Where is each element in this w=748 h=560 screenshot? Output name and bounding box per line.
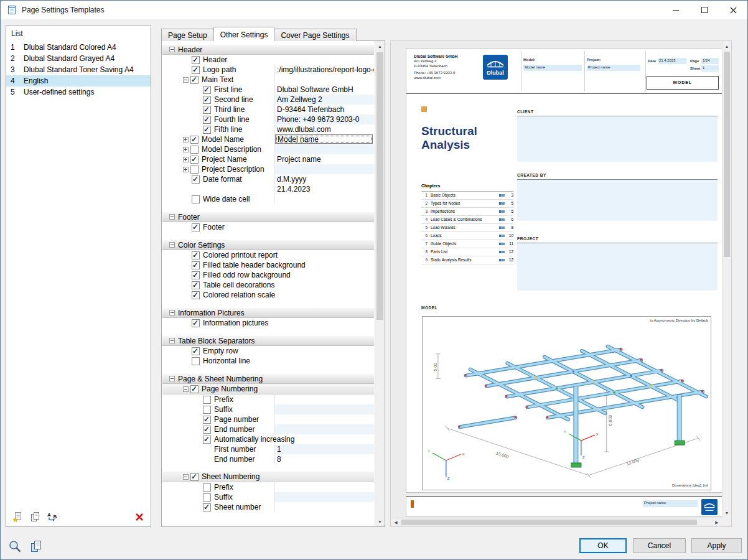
- expand-icon[interactable]: [183, 157, 189, 162]
- tab-page-setup[interactable]: Page Setup: [161, 29, 214, 41]
- checkbox-filled-odd-row-background[interactable]: [192, 271, 200, 279]
- collapse-icon[interactable]: [183, 474, 189, 480]
- list-item-english[interactable]: 4English: [6, 75, 151, 86]
- tree-scrollbar[interactable]: [375, 41, 385, 526]
- tree-item-colored-relation-scale[interactable]: Colored relation scale: [162, 290, 374, 300]
- tree-section-footer[interactable]: Footer: [162, 212, 374, 222]
- tree-item-empty-row[interactable]: Empty row: [162, 346, 374, 356]
- list-item-dlubal-standard-colored-a4[interactable]: 1Dlubal Standard Colored A4: [6, 42, 151, 53]
- tree-item-table-cell-decorations[interactable]: Table cell decorations: [162, 280, 374, 290]
- tree-section-page-numbering[interactable]: Page Numbering: [162, 384, 374, 394]
- tab-cover-page-settings[interactable]: Cover Page Settings: [274, 29, 356, 41]
- tree-scroll-thumb[interactable]: [376, 52, 383, 320]
- tree-item-model-description[interactable]: Model Description: [162, 144, 374, 154]
- checkbox-model-name[interactable]: [190, 136, 199, 144]
- tree-item-footer[interactable]: Footer: [162, 222, 374, 232]
- tree-item-project-description[interactable]: Project Description: [162, 164, 374, 174]
- tree-section-sheet-numbering[interactable]: Sheet Numbering: [162, 472, 374, 482]
- cancel-button[interactable]: Cancel: [633, 538, 686, 553]
- tree-item-suffix[interactable]: Suffix: [162, 404, 374, 414]
- tree-item-model-name[interactable]: Model NameModel name: [162, 134, 374, 144]
- checkbox-automatically-increasing[interactable]: [203, 436, 211, 444]
- tree-item-main-text[interactable]: Main Text: [162, 75, 374, 85]
- tree-item-page-number[interactable]: Page number: [162, 414, 374, 424]
- scroll-up-icon[interactable]: [722, 41, 731, 51]
- collapse-icon[interactable]: [169, 242, 175, 248]
- checkbox-header[interactable]: [192, 56, 200, 64]
- tree-item-second-line[interactable]: Second lineAm Zellweg 2: [162, 95, 374, 105]
- preview-scroll-thumb[interactable]: [724, 52, 730, 257]
- tree-item-prefix[interactable]: Prefix: [162, 482, 374, 492]
- new-template-button[interactable]: [11, 511, 24, 523]
- minimize-button[interactable]: [662, 1, 690, 19]
- value-editbox[interactable]: Model name: [275, 134, 373, 144]
- tree-item-header[interactable]: Header: [162, 55, 374, 65]
- checkbox-footer[interactable]: [192, 223, 200, 231]
- tree-item-date-format[interactable]: Date formatd.M.yyyy: [162, 174, 374, 184]
- checkbox-date-format[interactable]: [192, 175, 200, 184]
- checkbox-suffix[interactable]: [203, 493, 211, 502]
- checkbox-prefix[interactable]: [203, 396, 211, 404]
- checkbox-wide-date-cell[interactable]: [192, 195, 200, 203]
- tree-item-prefix[interactable]: Prefix: [162, 394, 374, 404]
- checkbox-sheet-number[interactable]: [203, 503, 211, 511]
- scroll-right-icon[interactable]: [712, 518, 722, 526]
- checkbox-end-number[interactable]: [203, 426, 211, 434]
- checkbox-project-description[interactable]: [190, 166, 199, 174]
- tree-item-third-line[interactable]: Third lineD-93464 Tiefenbach: [162, 105, 374, 114]
- collapse-icon[interactable]: [169, 214, 175, 220]
- checkbox-colored-printout-report[interactable]: [192, 251, 200, 259]
- scroll-left-icon[interactable]: [391, 518, 401, 526]
- collapse-icon[interactable]: [169, 338, 175, 343]
- ok-button[interactable]: OK: [579, 538, 627, 553]
- preview-scroll-thumb-h[interactable]: [401, 520, 697, 525]
- tree-item-automatically-increasing[interactable]: Automatically increasing: [162, 434, 374, 444]
- checkbox-second-line[interactable]: [203, 96, 211, 104]
- tree-section-color-settings[interactable]: Color Settings: [162, 240, 374, 250]
- magnifier-button[interactable]: [7, 538, 23, 554]
- tree-item-end-number[interactable]: End number: [162, 424, 374, 434]
- apply-button[interactable]: Apply: [691, 538, 742, 553]
- tree-item-fifth-line[interactable]: Fifth linewww.dlubal.com: [162, 124, 374, 134]
- tree-item-horizontal-line[interactable]: Horizontal line: [162, 356, 374, 366]
- checkbox-project-name[interactable]: [190, 156, 199, 164]
- maximize-button[interactable]: [690, 1, 719, 19]
- checkbox-sheet-numbering[interactable]: [190, 473, 199, 481]
- checkbox-main-text[interactable]: [190, 76, 199, 84]
- collapse-icon[interactable]: [183, 77, 189, 83]
- scroll-down-icon[interactable]: [722, 508, 731, 518]
- tree-item-fourth-line[interactable]: Fourth linePhone: +49 9673 9203-0: [162, 114, 374, 124]
- checkbox-suffix[interactable]: [203, 406, 211, 414]
- expand-icon[interactable]: [183, 137, 189, 142]
- tree-item-project-name[interactable]: Project NameProject name: [162, 154, 374, 164]
- tab-other-settings[interactable]: Other Settings: [213, 27, 275, 41]
- tree-section-page-sheet-numbering[interactable]: Page & Sheet Numbering: [162, 373, 374, 384]
- checkbox-colored-relation-scale[interactable]: [192, 291, 200, 299]
- checkbox-information-pictures[interactable]: [192, 319, 200, 327]
- copy-template-button[interactable]: [29, 511, 41, 523]
- checkbox-horizontal-line[interactable]: [192, 357, 200, 365]
- checkbox-logo-path[interactable]: [192, 66, 200, 74]
- close-button[interactable]: [719, 1, 747, 19]
- checkbox-model-description[interactable]: [190, 146, 199, 154]
- checkbox-filled-table-header-background[interactable]: [192, 261, 200, 269]
- rename-template-button[interactable]: A B: [46, 511, 58, 523]
- tree-section-table-block-separators[interactable]: Table Block Separators: [162, 335, 374, 346]
- checkbox-table-cell-decorations[interactable]: [192, 281, 200, 289]
- scroll-down-icon[interactable]: [375, 516, 385, 526]
- tree-item-wide-date-cell[interactable]: Wide date cell: [162, 194, 374, 204]
- list-item-user-defined-settings[interactable]: 5User-defined settings: [6, 86, 151, 98]
- tree-item-suffix[interactable]: Suffix: [162, 492, 374, 502]
- collapse-icon[interactable]: [169, 310, 175, 315]
- list-item-dlubal-standard-grayed-a4[interactable]: 2Dlubal Standard Grayed A4: [6, 53, 151, 64]
- checkbox-fourth-line[interactable]: [203, 116, 211, 124]
- collapse-icon[interactable]: [169, 47, 175, 52]
- tree-item-sheet-number[interactable]: Sheet number: [162, 502, 374, 512]
- preview-scrollbar-vertical[interactable]: [722, 41, 731, 518]
- expand-icon[interactable]: [183, 147, 189, 152]
- list-item-dlubal-standard-toner-saving-a4[interactable]: 3Dlubal Standard Toner Saving A4: [6, 64, 151, 75]
- delete-template-button[interactable]: [133, 511, 146, 523]
- copy-settings-button[interactable]: [28, 538, 44, 554]
- tree-item-end-number[interactable]: End number8: [162, 454, 374, 464]
- tree-item-filled-odd-row-background[interactable]: Filled odd row background: [162, 270, 374, 280]
